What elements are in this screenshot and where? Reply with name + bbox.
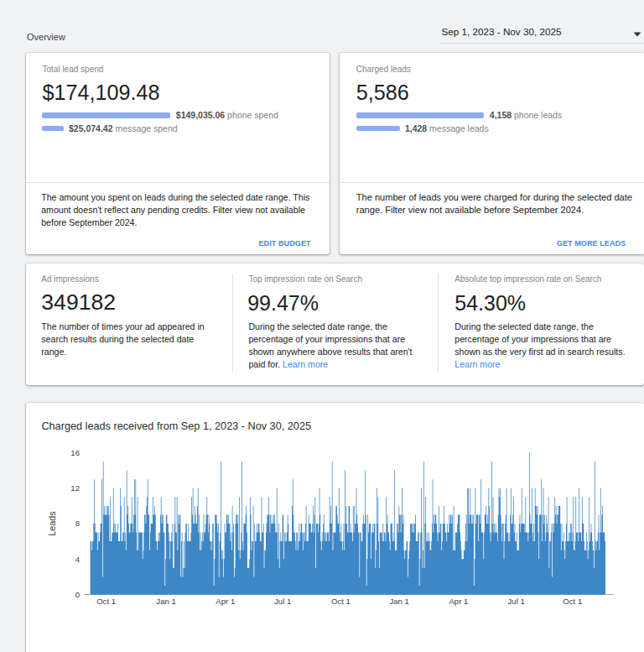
svg-text:Oct 1: Oct 1 <box>563 597 582 606</box>
svg-text:Apr 1: Apr 1 <box>216 597 235 606</box>
svg-text:8: 8 <box>75 519 80 528</box>
svg-text:Jul 1: Jul 1 <box>508 597 525 606</box>
svg-text:0: 0 <box>75 590 80 599</box>
svg-text:Jan 1: Jan 1 <box>156 597 175 606</box>
svg-text:Jul 1: Jul 1 <box>274 597 291 606</box>
svg-text:Oct 1: Oct 1 <box>331 597 351 606</box>
svg-text:4: 4 <box>75 555 80 564</box>
svg-text:Jan 1: Jan 1 <box>389 597 408 606</box>
svg-text:Oct 1: Oct 1 <box>96 597 116 606</box>
svg-text:16: 16 <box>70 448 80 457</box>
svg-text:Apr 1: Apr 1 <box>449 597 468 606</box>
svg-text:12: 12 <box>70 483 80 493</box>
svg-text:Leads: Leads <box>47 511 57 536</box>
